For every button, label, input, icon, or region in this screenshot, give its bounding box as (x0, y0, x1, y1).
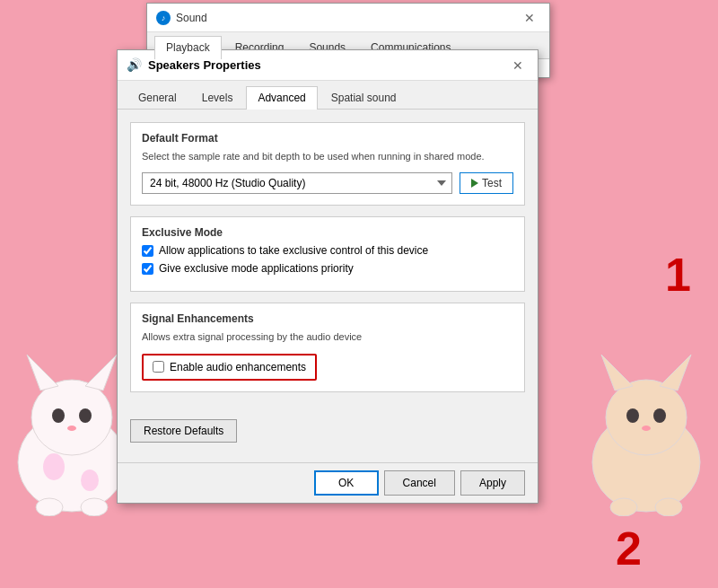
sound-dialog-title: Sound (176, 12, 207, 24)
give-priority-checkbox[interactable] (142, 263, 153, 275)
exclusive-mode-title: Exclusive Mode (142, 226, 513, 239)
cat-right-decoration (574, 337, 718, 516)
test-button-label: Test (482, 177, 502, 189)
restore-defaults-button[interactable]: Restore Defaults (130, 419, 237, 443)
test-button[interactable]: Test (460, 172, 513, 194)
svg-point-10 (81, 498, 108, 516)
svg-point-19 (655, 498, 682, 516)
apply-button[interactable]: Apply (460, 470, 525, 496)
default-format-description: Select the sample rate and bit depth to … (142, 150, 513, 163)
annotation-2: 2 (616, 525, 642, 572)
enable-enhancements-box[interactable]: Enable audio enhancements (142, 354, 317, 381)
allow-exclusive-row: Allow applications to take exclusive con… (142, 244, 513, 257)
restore-defaults-container: Restore Defaults (118, 412, 538, 462)
tab-playback[interactable]: Playback (154, 36, 222, 59)
format-select[interactable]: 24 bit, 48000 Hz (Studio Quality) (142, 172, 452, 194)
svg-point-8 (81, 470, 99, 491)
speakers-tabs: General Levels Advanced Spatial sound (118, 81, 538, 110)
dialog-footer: OK Cancel Apply (118, 462, 538, 503)
svg-marker-3 (85, 355, 117, 391)
speakers-dialog-title: Speakers Properties (148, 58, 261, 72)
svg-point-12 (606, 380, 687, 455)
allow-exclusive-checkbox[interactable] (142, 245, 153, 257)
svg-point-17 (642, 426, 651, 431)
annotation-1: 1 (665, 251, 691, 298)
svg-point-16 (653, 408, 666, 423)
svg-marker-14 (660, 355, 691, 391)
speakers-dialog-close-button[interactable]: ✕ (507, 55, 529, 76)
cancel-button[interactable]: Cancel (384, 470, 455, 496)
enable-enhancements-label: Enable audio enhancements (170, 361, 306, 373)
sound-dialog-titlebar: ♪ Sound ✕ (147, 4, 549, 32)
svg-marker-2 (27, 355, 58, 391)
speakers-content: Default Format Select the sample rate an… (118, 110, 538, 412)
svg-point-1 (31, 380, 112, 455)
svg-point-6 (67, 426, 76, 431)
allow-exclusive-label: Allow applications to take exclusive con… (159, 244, 428, 257)
sound-dialog-close-button[interactable]: ✕ (519, 7, 540, 29)
default-format-section: Default Format Select the sample rate an… (130, 122, 525, 206)
signal-enhancements-description: Allows extra signal processing by the au… (142, 330, 513, 344)
svg-point-7 (43, 453, 65, 480)
svg-point-9 (36, 498, 63, 516)
ok-button[interactable]: OK (314, 470, 379, 496)
tab-levels[interactable]: Levels (190, 86, 245, 109)
tab-spatial-sound[interactable]: Spatial sound (320, 86, 408, 109)
tab-general[interactable]: General (127, 86, 188, 109)
svg-point-15 (626, 408, 639, 423)
svg-point-4 (52, 408, 65, 423)
svg-point-5 (79, 408, 92, 423)
default-format-title: Default Format (142, 132, 513, 145)
sound-dialog-icon: ♪ (156, 11, 171, 25)
exclusive-mode-section: Exclusive Mode Allow applications to tak… (130, 216, 525, 292)
speakers-dialog-icon: 🔊 (127, 57, 143, 74)
signal-enhancements-title: Signal Enhancements (142, 312, 513, 325)
give-priority-label: Give exclusive mode applications priorit… (159, 262, 354, 275)
give-priority-row: Give exclusive mode applications priorit… (142, 262, 513, 275)
svg-point-18 (610, 498, 637, 516)
enable-enhancements-checkbox[interactable] (153, 361, 164, 373)
signal-enhancements-section: Signal Enhancements Allows extra signal … (130, 303, 525, 391)
play-icon (471, 179, 478, 188)
tab-advanced[interactable]: Advanced (246, 86, 317, 110)
speakers-properties-dialog: 🔊 Speakers Properties ✕ General Levels A… (117, 49, 538, 504)
svg-marker-13 (601, 355, 633, 391)
